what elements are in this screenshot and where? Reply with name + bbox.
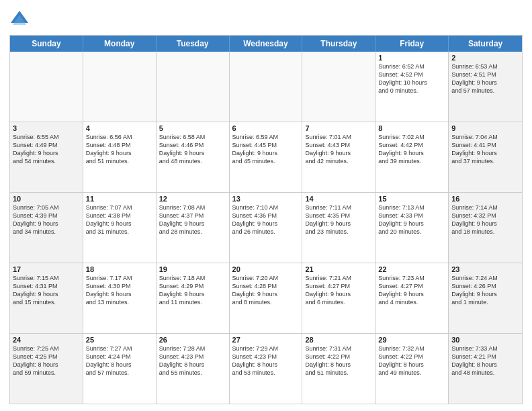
day-number: 4 [86,124,153,132]
day-info: Sunrise: 7:05 AM Sunset: 4:39 PM Dayligh… [13,203,80,236]
week-row-2: 3Sunrise: 6:55 AM Sunset: 4:49 PM Daylig… [10,122,522,193]
day-cell-3: 3Sunrise: 6:55 AM Sunset: 4:49 PM Daylig… [10,122,83,192]
day-info: Sunrise: 7:01 AM Sunset: 4:43 PM Dayligh… [305,133,372,166]
day-info: Sunrise: 7:31 AM Sunset: 4:22 PM Dayligh… [305,345,372,377]
day-number: 30 [451,336,519,344]
day-info: Sunrise: 7:07 AM Sunset: 4:38 PM Dayligh… [86,203,153,236]
day-cell-2: 2Sunrise: 6:53 AM Sunset: 4:51 PM Daylig… [449,52,522,122]
day-cell-28: 28Sunrise: 7:31 AM Sunset: 4:22 PM Dayli… [302,334,375,404]
day-info: Sunrise: 7:29 AM Sunset: 4:23 PM Dayligh… [232,345,300,377]
day-cell-11: 11Sunrise: 7:07 AM Sunset: 4:38 PM Dayli… [83,193,157,263]
day-number: 11 [86,195,153,203]
day-number: 6 [232,124,300,132]
day-number: 26 [159,336,226,344]
day-cell-14: 14Sunrise: 7:11 AM Sunset: 4:35 PM Dayli… [302,193,375,263]
day-cell-15: 15Sunrise: 7:13 AM Sunset: 4:33 PM Dayli… [375,193,449,263]
day-cell-16: 16Sunrise: 7:14 AM Sunset: 4:32 PM Dayli… [449,193,522,263]
day-number: 9 [451,124,519,132]
day-cell-8: 8Sunrise: 7:02 AM Sunset: 4:42 PM Daylig… [375,122,449,192]
day-number: 14 [305,195,372,203]
day-number: 15 [378,195,445,203]
empty-cell [157,52,230,122]
header-day-wednesday: Wednesday [230,36,303,52]
day-info: Sunrise: 7:25 AM Sunset: 4:25 PM Dayligh… [13,345,80,377]
day-cell-12: 12Sunrise: 7:08 AM Sunset: 4:37 PM Dayli… [157,193,230,263]
week-row-3: 10Sunrise: 7:05 AM Sunset: 4:39 PM Dayli… [10,193,522,263]
header-day-tuesday: Tuesday [157,36,230,52]
page: SundayMondayTuesdayWednesdayThursdayFrid… [0,0,532,411]
header-day-sunday: Sunday [10,36,83,52]
empty-cell [10,52,83,122]
calendar-body: 1Sunrise: 6:52 AM Sunset: 4:52 PM Daylig… [10,52,522,404]
header-day-saturday: Saturday [449,36,522,52]
day-info: Sunrise: 6:55 AM Sunset: 4:49 PM Dayligh… [13,133,80,166]
day-info: Sunrise: 6:53 AM Sunset: 4:51 PM Dayligh… [451,62,519,95]
week-row-1: 1Sunrise: 6:52 AM Sunset: 4:52 PM Daylig… [10,52,522,122]
day-number: 19 [159,265,226,273]
empty-cell [302,52,375,122]
day-cell-7: 7Sunrise: 7:01 AM Sunset: 4:43 PM Daylig… [302,122,375,192]
day-info: Sunrise: 7:18 AM Sunset: 4:29 PM Dayligh… [159,274,226,307]
day-number: 25 [86,336,153,344]
day-number: 24 [13,336,80,344]
day-cell-1: 1Sunrise: 6:52 AM Sunset: 4:52 PM Daylig… [375,52,449,122]
day-number: 27 [232,336,300,344]
day-cell-6: 6Sunrise: 6:59 AM Sunset: 4:45 PM Daylig… [230,122,303,192]
day-cell-13: 13Sunrise: 7:10 AM Sunset: 4:36 PM Dayli… [230,193,303,263]
day-info: Sunrise: 7:11 AM Sunset: 4:35 PM Dayligh… [305,203,372,236]
day-cell-19: 19Sunrise: 7:18 AM Sunset: 4:29 PM Dayli… [157,263,230,333]
day-info: Sunrise: 7:04 AM Sunset: 4:41 PM Dayligh… [451,133,519,166]
day-number: 20 [232,265,300,273]
day-info: Sunrise: 7:28 AM Sunset: 4:23 PM Dayligh… [159,345,226,377]
empty-cell [230,52,303,122]
header [9,7,523,30]
day-number: 3 [13,124,80,132]
day-info: Sunrise: 7:02 AM Sunset: 4:42 PM Dayligh… [378,133,445,166]
day-cell-5: 5Sunrise: 6:58 AM Sunset: 4:46 PM Daylig… [157,122,230,192]
day-info: Sunrise: 7:14 AM Sunset: 4:32 PM Dayligh… [451,203,519,236]
day-info: Sunrise: 7:24 AM Sunset: 4:26 PM Dayligh… [451,274,519,307]
day-cell-25: 25Sunrise: 7:27 AM Sunset: 4:24 PM Dayli… [83,334,157,404]
week-row-4: 17Sunrise: 7:15 AM Sunset: 4:31 PM Dayli… [10,263,522,334]
logo [9,9,32,30]
day-info: Sunrise: 6:59 AM Sunset: 4:45 PM Dayligh… [232,133,300,166]
day-info: Sunrise: 7:32 AM Sunset: 4:22 PM Dayligh… [378,345,445,377]
day-cell-29: 29Sunrise: 7:32 AM Sunset: 4:22 PM Dayli… [375,334,449,404]
day-number: 18 [86,265,153,273]
empty-cell [83,52,157,122]
day-number: 17 [13,265,80,273]
day-cell-18: 18Sunrise: 7:17 AM Sunset: 4:30 PM Dayli… [83,263,157,333]
day-cell-9: 9Sunrise: 7:04 AM Sunset: 4:41 PM Daylig… [449,122,522,192]
day-info: Sunrise: 7:20 AM Sunset: 4:28 PM Dayligh… [232,274,300,307]
day-cell-27: 27Sunrise: 7:29 AM Sunset: 4:23 PM Dayli… [230,334,303,404]
day-info: Sunrise: 7:33 AM Sunset: 4:21 PM Dayligh… [451,345,519,377]
day-number: 1 [378,54,445,62]
day-number: 2 [451,54,519,62]
logo-icon [9,9,30,30]
day-number: 23 [451,265,519,273]
day-cell-17: 17Sunrise: 7:15 AM Sunset: 4:31 PM Dayli… [10,263,83,333]
day-number: 7 [305,124,372,132]
day-cell-4: 4Sunrise: 6:56 AM Sunset: 4:48 PM Daylig… [83,122,157,192]
day-number: 5 [159,124,226,132]
day-info: Sunrise: 6:52 AM Sunset: 4:52 PM Dayligh… [378,62,445,95]
day-info: Sunrise: 7:21 AM Sunset: 4:27 PM Dayligh… [305,274,372,307]
day-number: 13 [232,195,300,203]
day-info: Sunrise: 7:13 AM Sunset: 4:33 PM Dayligh… [378,203,445,236]
day-info: Sunrise: 6:56 AM Sunset: 4:48 PM Dayligh… [86,133,153,166]
day-number: 10 [13,195,80,203]
calendar-header: SundayMondayTuesdayWednesdayThursdayFrid… [10,36,522,52]
day-info: Sunrise: 6:58 AM Sunset: 4:46 PM Dayligh… [159,133,226,166]
day-cell-24: 24Sunrise: 7:25 AM Sunset: 4:25 PM Dayli… [10,334,83,404]
day-number: 12 [159,195,226,203]
day-info: Sunrise: 7:15 AM Sunset: 4:31 PM Dayligh… [13,274,80,307]
day-info: Sunrise: 7:17 AM Sunset: 4:30 PM Dayligh… [86,274,153,307]
day-info: Sunrise: 7:27 AM Sunset: 4:24 PM Dayligh… [86,345,153,377]
header-day-friday: Friday [375,36,449,52]
day-number: 28 [305,336,372,344]
header-day-thursday: Thursday [302,36,375,52]
day-cell-20: 20Sunrise: 7:20 AM Sunset: 4:28 PM Dayli… [230,263,303,333]
day-cell-10: 10Sunrise: 7:05 AM Sunset: 4:39 PM Dayli… [10,193,83,263]
day-number: 16 [451,195,519,203]
day-number: 29 [378,336,445,344]
